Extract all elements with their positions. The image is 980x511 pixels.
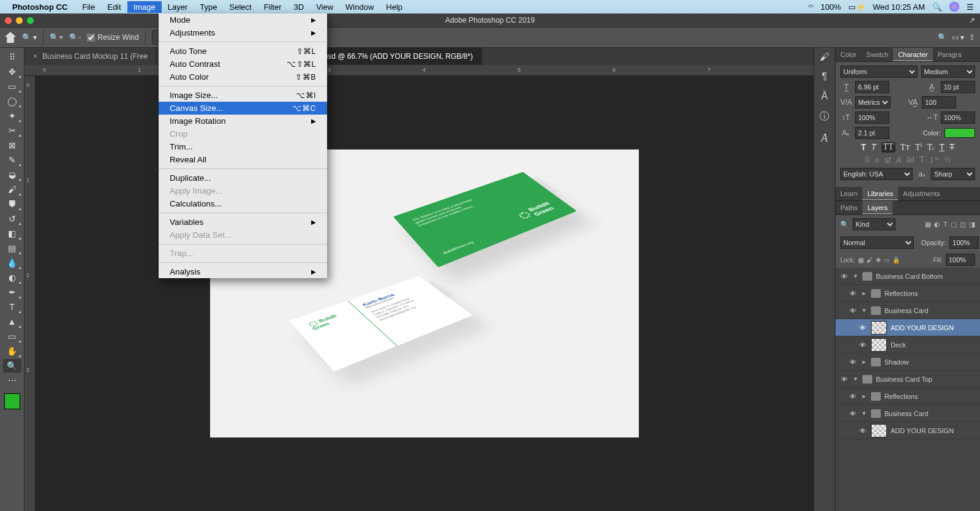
lock-trans-icon[interactable]: ▦ xyxy=(858,257,864,263)
layer-name[interactable]: Business Card xyxy=(884,307,929,314)
blend-mode-select[interactable]: Normal xyxy=(840,237,914,249)
menu-view[interactable]: View xyxy=(310,1,339,13)
pen-tool[interactable]: ✒ xyxy=(3,286,21,299)
close-window[interactable] xyxy=(5,17,12,24)
fill-input[interactable] xyxy=(946,254,975,266)
menu-item-adjustments[interactable]: Adjustments▶ xyxy=(159,26,327,39)
lock-all-icon[interactable]: 🔒 xyxy=(892,257,900,263)
text-color-swatch[interactable] xyxy=(944,128,975,138)
font-weight-select[interactable]: Medium xyxy=(921,66,975,78)
layer-row[interactable]: 👁Deck xyxy=(835,336,980,354)
zoom-tool-icon[interactable]: 🔍 ▾ xyxy=(22,33,37,42)
resize-windows-checkbox[interactable]: Resize Wind xyxy=(87,33,138,42)
visibility-icon[interactable]: 👁 xyxy=(839,273,849,280)
smallcaps-button[interactable]: Tᴛ xyxy=(900,142,911,153)
italic-button[interactable]: T xyxy=(871,142,876,153)
minimize-window[interactable] xyxy=(16,17,23,24)
lock-paint-icon[interactable]: 🖌 xyxy=(867,257,873,263)
opacity-input[interactable] xyxy=(949,237,979,249)
panel-tab-swatch[interactable]: Swatch xyxy=(861,48,893,61)
bold-button[interactable]: T xyxy=(861,142,866,153)
share-icon[interactable]: ⇪ xyxy=(969,33,975,42)
antialias-select[interactable]: Sharp xyxy=(931,168,975,180)
panel-tab-adjustments[interactable]: Adjustments xyxy=(898,187,945,200)
zoom-tool[interactable]: 🔍 xyxy=(3,359,21,373)
document-tab[interactable]: ×Business Card Mockup 11 (Free xyxy=(24,48,157,65)
menu-item-reveal-all[interactable]: Reveal All xyxy=(159,153,327,166)
twisty-icon[interactable]: ▸ xyxy=(861,392,867,400)
layer-name[interactable]: ADD YOUR DESIGN xyxy=(891,427,954,434)
layer-name[interactable]: Business Card Top xyxy=(876,376,932,383)
filter-smart-icon[interactable]: ◫ xyxy=(960,221,966,229)
stylistic-button[interactable]: st xyxy=(884,155,891,165)
zoom-out-icon[interactable]: 🔍- xyxy=(69,33,81,42)
menu-select[interactable]: Select xyxy=(223,1,257,13)
layer-row[interactable]: 👁▾Business Card xyxy=(835,405,980,422)
menu-item-variables[interactable]: Variables▶ xyxy=(159,216,327,229)
zoom-window[interactable] xyxy=(27,17,34,24)
layer-name[interactable]: Reflections xyxy=(884,290,918,297)
layer-name[interactable]: Business Card xyxy=(884,410,929,417)
filter-shape-icon[interactable]: ▢ xyxy=(951,221,957,229)
info-panel-icon[interactable]: ⓘ xyxy=(820,110,829,123)
foreground-swatch[interactable] xyxy=(4,393,20,409)
siri-icon[interactable] xyxy=(949,2,959,12)
app-name[interactable]: Photoshop CC xyxy=(12,2,67,12)
search-icon[interactable]: 🔍 xyxy=(840,221,849,229)
visibility-icon[interactable]: 👁 xyxy=(848,358,858,366)
layer-row[interactable]: 👁▸Reflections xyxy=(835,285,980,302)
layer-kind-select[interactable]: Kind xyxy=(853,218,895,230)
twisty-icon[interactable]: ▾ xyxy=(861,409,867,417)
titling-button[interactable]: ād xyxy=(907,155,914,165)
visibility-icon[interactable]: 👁 xyxy=(848,410,858,417)
strike-button[interactable]: T xyxy=(949,142,955,153)
layer-thumbnail[interactable] xyxy=(871,321,887,335)
zoom-in-icon[interactable]: 🔍+ xyxy=(50,33,63,42)
font-size-input[interactable] xyxy=(855,81,889,93)
menu-type[interactable]: Type xyxy=(194,1,223,13)
menu-item-calculations-[interactable]: Calculations... xyxy=(159,197,327,210)
menu-edit[interactable]: Edit xyxy=(101,1,127,13)
filter-pixel-icon[interactable]: ▦ xyxy=(925,221,931,229)
layer-name[interactable]: ADD YOUR DESIGN xyxy=(891,324,954,331)
type-tool[interactable]: T xyxy=(3,300,21,314)
menu-item-auto-contrast[interactable]: Auto Contrast⌥⇧⌘L xyxy=(159,58,327,70)
ordinals-button[interactable]: ø xyxy=(875,155,880,165)
list-icon[interactable]: ☰ xyxy=(967,2,974,12)
search-icon[interactable]: 🔍 xyxy=(938,33,947,42)
blur-tool[interactable]: 💧 xyxy=(3,256,21,270)
glyphs-panel-icon[interactable]: Ā xyxy=(821,91,828,102)
hand-tool[interactable]: ✋ xyxy=(3,344,21,358)
baseline-input[interactable] xyxy=(855,127,889,139)
swash-button[interactable]: A xyxy=(895,155,901,165)
canvas-stage[interactable]: Our Mission is to help professionals gre… xyxy=(36,76,813,511)
panel-tab-libraries[interactable]: Libraries xyxy=(862,187,898,200)
filter-adjust-icon[interactable]: ◐ xyxy=(934,221,940,229)
fractions-button[interactable]: T xyxy=(919,155,925,165)
menu-item-auto-tone[interactable]: Auto Tone⇧⌘L xyxy=(159,45,327,58)
menu-item-analysis[interactable]: Analysis▶ xyxy=(159,265,327,278)
layer-name[interactable]: Business Card Bottom xyxy=(876,273,943,280)
menu-help[interactable]: Help xyxy=(380,1,409,13)
crop-tool[interactable]: ✂ xyxy=(3,124,21,137)
share-icon[interactable]: ↗ xyxy=(969,16,975,25)
visibility-icon[interactable]: 👁 xyxy=(839,376,849,383)
menu-3d[interactable]: 3D xyxy=(288,1,311,13)
leading-input[interactable] xyxy=(941,81,975,93)
twisty-icon[interactable]: ▾ xyxy=(861,306,867,314)
layer-row[interactable]: 👁▸Reflections xyxy=(835,388,980,405)
menu-filter[interactable]: Filter xyxy=(258,1,288,13)
eraser-tool[interactable]: ◧ xyxy=(3,227,21,240)
wifi-icon[interactable]: ⌔ xyxy=(809,2,813,12)
spotlight-icon[interactable]: 🔍 xyxy=(932,2,942,12)
visibility-icon[interactable]: 👁 xyxy=(848,307,858,314)
superscript-button[interactable]: Tⁱ xyxy=(915,142,922,153)
layer-row[interactable]: 👁▸Shadow xyxy=(835,354,980,371)
allcaps-button[interactable]: TT xyxy=(881,142,895,153)
vscale-input[interactable] xyxy=(855,112,889,124)
layer-row[interactable]: 👁ADD YOUR DESIGN xyxy=(835,319,980,336)
path-select-tool[interactable]: ▲ xyxy=(3,315,21,328)
quick-select-tool[interactable]: ✦ xyxy=(3,109,21,123)
hscale-input[interactable] xyxy=(941,112,975,124)
layer-row[interactable]: 👁▾Business Card xyxy=(835,302,980,319)
